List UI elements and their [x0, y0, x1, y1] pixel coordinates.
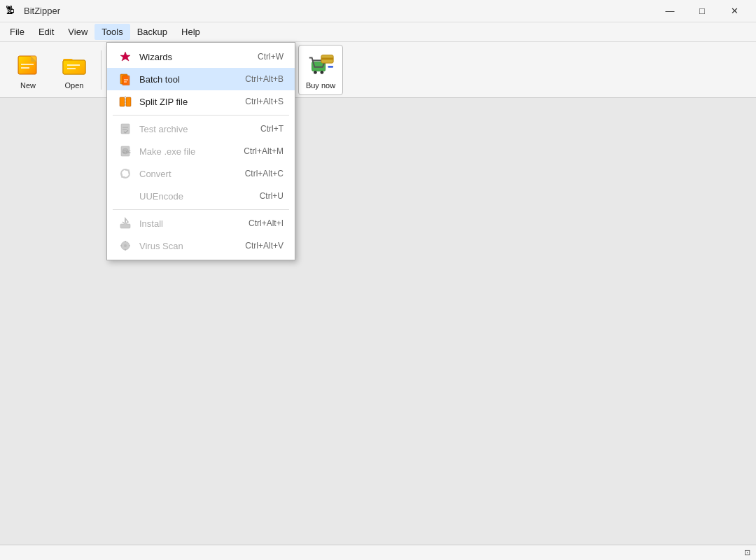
menu-item-uuencode: UUEncode Ctrl+U — [107, 185, 295, 207]
install-label: Install — [139, 218, 241, 229]
resize-grip: ⊡ — [744, 548, 750, 557]
toolbar-open-label: Open — [65, 81, 84, 90]
menu-edit[interactable]: Edit — [31, 24, 61, 40]
toolbar-open-button[interactable]: Open — [52, 45, 97, 95]
virus-scan-icon — [118, 239, 132, 253]
svg-point-46 — [124, 244, 127, 247]
install-icon — [118, 216, 132, 230]
tools-dropdown-menu: Wizards Ctrl+W Batch tool Ctrl+Alt+B Spl… — [106, 42, 295, 260]
toolbar-buynow-label: Buy now — [306, 81, 335, 90]
menu-item-wizards[interactable]: Wizards Ctrl+W — [107, 46, 295, 68]
toolbar-separator-1 — [101, 50, 102, 90]
separator-1 — [113, 115, 289, 115]
virus-scan-shortcut: Ctrl+Alt+V — [245, 241, 284, 251]
menu-item-make-exe: EXE Make .exe file Ctrl+Alt+M — [107, 140, 295, 162]
wizards-icon — [118, 50, 132, 64]
title-bar: 🗜 BitZipper — □ ✕ — [0, 0, 756, 22]
toolbar-buynow-button[interactable]: Buy now — [298, 45, 343, 95]
svg-rect-24 — [321, 57, 333, 59]
svg-rect-34 — [121, 124, 130, 134]
menu-backup[interactable]: Backup — [130, 24, 174, 40]
separator-2 — [113, 209, 289, 210]
install-shortcut: Ctrl+Alt+I — [248, 218, 284, 228]
minimize-button[interactable]: — — [654, 0, 686, 22]
menu-file[interactable]: File — [3, 24, 31, 40]
menu-item-batch-tool[interactable]: Batch tool Ctrl+Alt+B — [107, 68, 295, 90]
svg-marker-26 — [120, 52, 130, 61]
svg-point-40 — [121, 169, 130, 178]
app-title: BitZipper — [24, 6, 60, 16]
svg-rect-25 — [328, 65, 333, 67]
open-icon — [60, 50, 88, 78]
svg-point-21 — [314, 71, 317, 74]
maximize-button[interactable]: □ — [686, 0, 718, 22]
app-icon: 🗜 — [6, 5, 18, 18]
status-bar: ⊡ — [0, 545, 756, 560]
wizards-shortcut: Ctrl+W — [258, 52, 284, 62]
menu-view[interactable]: View — [61, 24, 94, 40]
svg-rect-31 — [120, 97, 125, 106]
batch-tool-icon — [118, 72, 132, 86]
menu-item-convert: Convert Ctrl+Alt+C — [107, 162, 295, 185]
toolbar-new-button[interactable]: New — [6, 45, 50, 95]
test-archive-shortcut: Ctrl+T — [260, 124, 284, 134]
virus-scan-label: Virus Scan — [139, 241, 238, 251]
svg-point-22 — [321, 71, 324, 74]
test-archive-label: Test archive — [139, 124, 253, 134]
toolbar-new-label: New — [20, 81, 36, 90]
convert-icon — [118, 167, 132, 181]
svg-rect-7 — [63, 60, 85, 74]
menu-item-virus-scan: Virus Scan Ctrl+Alt+V — [107, 234, 295, 257]
make-exe-shortcut: Ctrl+Alt+M — [244, 146, 284, 156]
svg-rect-32 — [126, 97, 131, 106]
close-button[interactable]: ✕ — [718, 0, 750, 22]
uuencode-icon — [118, 189, 132, 203]
menu-tools[interactable]: Tools — [94, 24, 130, 40]
new-icon — [14, 50, 42, 78]
menu-item-split-zip[interactable]: Split ZIP file Ctrl+Alt+S — [107, 90, 295, 113]
menu-help[interactable]: Help — [174, 24, 207, 40]
title-bar-controls: — □ ✕ — [654, 0, 750, 22]
uuencode-label: UUEncode — [139, 191, 253, 202]
svg-rect-28 — [122, 76, 130, 85]
convert-label: Convert — [139, 169, 238, 179]
buynow-icon — [307, 50, 335, 78]
svg-rect-2 — [31, 56, 36, 62]
wizards-label: Wizards — [139, 52, 251, 62]
menu-bar: File Edit View Tools Backup Help — [0, 22, 756, 42]
uuencode-shortcut: Ctrl+U — [260, 191, 284, 201]
split-zip-icon — [118, 94, 132, 108]
svg-text:EXE: EXE — [122, 150, 131, 154]
batch-tool-shortcut: Ctrl+Alt+B — [245, 74, 284, 84]
menu-item-test-archive: Test archive Ctrl+T — [107, 118, 295, 140]
menu-item-install: Install Ctrl+Alt+I — [107, 212, 295, 234]
convert-shortcut: Ctrl+Alt+C — [245, 169, 284, 178]
batch-tool-label: Batch tool — [139, 74, 238, 85]
split-zip-shortcut: Ctrl+Alt+S — [245, 97, 284, 106]
make-exe-label: Make .exe file — [139, 146, 237, 157]
split-zip-label: Split ZIP file — [139, 97, 238, 107]
test-archive-icon — [118, 122, 132, 136]
title-bar-left: 🗜 BitZipper — [6, 5, 60, 18]
make-exe-icon: EXE — [118, 144, 132, 158]
